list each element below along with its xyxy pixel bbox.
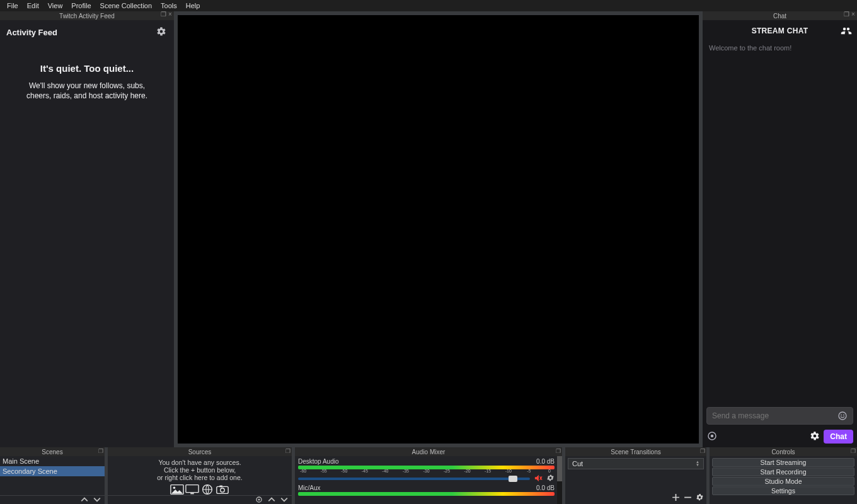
dock-activity-feed: Twitch Activity Feed ❐ × Activity Feed I…	[0, 11, 174, 447]
mixer-channel-desktop-audio: Desktop Audio 0.0 dB -60-55-50-45-40-35-…	[298, 458, 555, 483]
dock-close-icon[interactable]: ×	[850, 11, 856, 18]
sources-empty-line1: You don't have any sources.	[112, 459, 288, 466]
transition-remove-button[interactable]	[684, 493, 692, 503]
dock-popout-icon[interactable]: ❐	[285, 448, 290, 454]
chat-input[interactable]	[712, 411, 837, 420]
transition-select[interactable]: Cut ▲▼	[568, 458, 704, 469]
source-move-down-button[interactable]	[280, 496, 288, 505]
mixer-meter	[298, 492, 555, 496]
dock-audio-mixer: Audio Mixer ❐ Desktop Audio 0.0 dB -60-5…	[295, 447, 562, 504]
dock-transitions-header[interactable]: Scene Transitions ❐	[565, 447, 706, 456]
emote-picker-icon[interactable]	[837, 411, 848, 421]
svg-point-2	[843, 415, 844, 416]
workspace: Twitch Activity Feed ❐ × Activity Feed I…	[0, 11, 857, 447]
sources-toolbar	[108, 495, 292, 504]
dock-activity-feed-header[interactable]: Twitch Activity Feed ❐ ×	[0, 11, 174, 20]
dock-popout-icon[interactable]: ❐	[843, 11, 849, 18]
menu-view[interactable]: View	[43, 2, 67, 9]
camera-icon	[216, 484, 229, 495]
studio-mode-button[interactable]: Studio Mode	[712, 477, 854, 486]
bottom-docks: Scenes ❐ Main Scene Secondary Scene Sour…	[0, 447, 857, 504]
chat-input-box[interactable]	[706, 407, 853, 425]
mixer-mute-button[interactable]	[534, 474, 543, 483]
users-icon	[841, 25, 852, 37]
display-icon	[185, 484, 199, 495]
mixer-scrollbar[interactable]	[557, 456, 562, 504]
mixer-channel-name: Desktop Audio	[298, 458, 339, 465]
menu-help[interactable]: Help	[181, 2, 205, 9]
chat-system-message: Welcome to the chat room!	[709, 44, 851, 52]
dock-scenes: Scenes ❐ Main Scene Secondary Scene	[0, 447, 105, 504]
menu-file[interactable]: File	[3, 2, 23, 9]
svg-point-6	[173, 487, 176, 490]
dock-popout-icon[interactable]: ❐	[556, 448, 561, 454]
svg-rect-8	[190, 493, 194, 495]
activity-feed-empty-line1: We'll show your new follows, subs,	[29, 81, 145, 90]
scene-item[interactable]: Secondary Scene	[0, 466, 105, 476]
globe-icon	[200, 484, 214, 495]
chevron-updown-icon: ▲▼	[696, 461, 699, 467]
scene-move-up-button[interactable]	[81, 496, 88, 505]
dock-popout-icon[interactable]: ❐	[160, 11, 166, 18]
dock-controls: Controls ❐ Start Streaming Start Recordi…	[710, 447, 857, 504]
sources-empty-line3: or right click here to add one.	[112, 474, 288, 481]
dock-popout-icon[interactable]: ❐	[98, 448, 103, 454]
sources-empty-line2: Click the + button below,	[112, 466, 288, 474]
scenes-toolbar	[0, 495, 105, 504]
activity-feed-empty-line2: cheers, raids, and host activity here.	[26, 91, 147, 100]
dock-chat-header[interactable]: Chat ❐ ×	[703, 11, 857, 20]
menu-profile[interactable]: Profile	[67, 2, 95, 9]
scene-move-down-button[interactable]	[93, 496, 101, 505]
settings-button[interactable]: Settings	[712, 486, 854, 495]
mixer-volume-slider[interactable]	[298, 478, 530, 480]
program-preview[interactable]	[178, 15, 699, 444]
svg-rect-7	[186, 485, 198, 493]
dock-sources-title: Sources	[188, 449, 212, 455]
dock-close-icon[interactable]: ×	[167, 11, 173, 18]
dock-scenes-header[interactable]: Scenes ❐	[0, 447, 105, 456]
activity-feed-settings-button[interactable]	[156, 26, 166, 38]
chat-settings-button[interactable]	[810, 431, 820, 442]
mixer-channel-level: 0.0 dB	[536, 458, 555, 465]
menu-bar: File Edit View Profile Scene Collection …	[0, 0, 857, 11]
source-properties-button[interactable]	[255, 496, 263, 505]
stream-chat-title: STREAM CHAT	[752, 26, 808, 35]
svg-rect-12	[219, 486, 222, 488]
sources-hint-icons	[108, 484, 292, 495]
activity-feed-empty: It's quiet. Too quiet... We'll show your…	[0, 43, 174, 121]
dock-popout-icon[interactable]: ❐	[851, 448, 856, 454]
menu-tools[interactable]: Tools	[156, 2, 181, 9]
mixer-channel-level: 0.0 dB	[536, 484, 555, 491]
dock-mixer-header[interactable]: Audio Mixer ❐	[295, 447, 562, 456]
chat-messages: Welcome to the chat room!	[703, 39, 857, 404]
dock-activity-feed-title: Twitch Activity Feed	[59, 13, 115, 20]
svg-point-1	[841, 415, 842, 416]
mixer-channel-settings-button[interactable]	[546, 474, 555, 483]
mixer-ticks: -60-55-50-45-40-35-30-25-20-15-10-50	[298, 469, 555, 474]
svg-point-11	[221, 488, 224, 492]
svg-point-0	[839, 412, 846, 420]
dock-transitions-title: Scene Transitions	[611, 449, 661, 455]
dock-chat: Chat ❐ × STREAM CHAT Welcome to the chat…	[703, 11, 857, 447]
menu-edit[interactable]: Edit	[23, 2, 43, 9]
transition-settings-button[interactable]	[696, 493, 704, 503]
start-streaming-button[interactable]: Start Streaming	[712, 458, 854, 467]
dock-popout-icon[interactable]: ❐	[700, 448, 705, 454]
chat-send-button[interactable]: Chat	[824, 430, 853, 444]
preview-pane	[174, 11, 703, 447]
dock-sources-header[interactable]: Sources ❐	[108, 447, 292, 456]
scene-item[interactable]: Main Scene	[0, 456, 105, 466]
mixer-channel-mic-aux: Mic/Aux 0.0 dB	[298, 484, 555, 496]
menu-scene-collection[interactable]: Scene Collection	[96, 2, 157, 9]
source-move-up-button[interactable]	[268, 496, 275, 505]
transition-add-button[interactable]	[672, 493, 680, 503]
transition-selected: Cut	[572, 460, 583, 467]
points-icon	[706, 430, 718, 442]
gear-icon	[810, 431, 820, 441]
start-recording-button[interactable]: Start Recording	[712, 467, 854, 476]
dock-controls-header[interactable]: Controls ❐	[710, 447, 857, 456]
chat-users-button[interactable]	[841, 25, 852, 38]
stream-chat-header: STREAM CHAT	[703, 20, 857, 39]
dock-scenes-title: Scenes	[42, 449, 62, 455]
chat-channel-points-button[interactable]	[706, 430, 718, 443]
